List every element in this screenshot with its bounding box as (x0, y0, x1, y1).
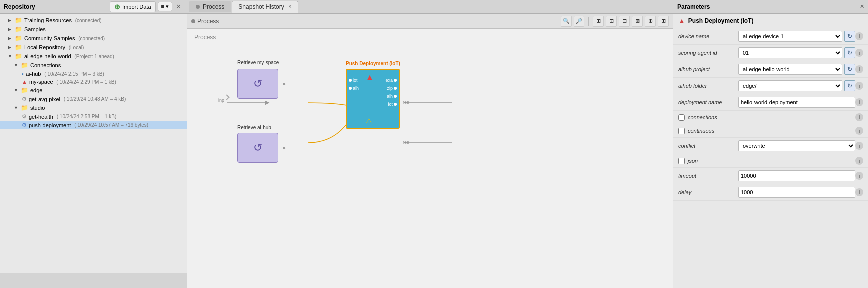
toolbar-dot (191, 20, 195, 24)
tab-snapshot-history[interactable]: Snapshot History ✕ (232, 1, 298, 13)
tree-item-ai-edge[interactable]: ▼ 📁 ai-edge-hello-world (Project: 1 ahea… (0, 52, 187, 61)
import-data-label: Import Data (122, 4, 151, 10)
aihub-folder-refresh-button[interactable]: ↻ (844, 80, 855, 92)
repository-bottom (0, 273, 187, 288)
folder-icon: 📁 (15, 53, 22, 60)
scoring-agent-id-select[interactable]: 01 (738, 48, 842, 58)
toolbar-btn-1[interactable]: ⊞ (593, 16, 604, 27)
expand-arrow: ▶ (8, 45, 13, 50)
timeout-input[interactable] (738, 170, 855, 182)
push-deploy-right-ports: exa zip aih iot (385, 78, 397, 107)
tree-item-get-health[interactable]: ⚙ get-health ( 10/24/24 2:58 PM – 1 kB) (0, 112, 187, 121)
tree-item-local-repo[interactable]: ▶ 📁 Local Repository (Local) (0, 43, 187, 52)
item-label: my-space (29, 79, 53, 85)
toolbar-btn-6[interactable]: ⊞ (658, 16, 669, 27)
item-meta: ( 10/29/24 10:48 AM – 4 kB) (62, 96, 126, 102)
device-name-select[interactable]: ai-edge-device-1 (738, 31, 842, 42)
param-row-deployment-name: deployment name i (673, 94, 868, 111)
aihub-project-select[interactable]: ai-edge-hello-world (738, 64, 842, 75)
delay-info-button[interactable]: i (855, 188, 863, 196)
conflict-select[interactable]: overwrite (738, 140, 855, 152)
deployment-name-input[interactable] (738, 97, 855, 108)
aihub-folder-select[interactable]: edge/ (738, 80, 842, 92)
param-row-continuous: continuous i (673, 124, 868, 138)
inp-arrow (224, 94, 229, 100)
scoring-agent-id-refresh-button[interactable]: ↻ (844, 48, 855, 58)
aihub-project-refresh-button[interactable]: ↻ (844, 64, 855, 75)
parameters-subtitle-text: Push Deployment (IoT) (688, 18, 754, 24)
continuous-info-button[interactable]: i (855, 127, 863, 135)
process-canvas: Process inp Retrieve my-space (187, 29, 673, 288)
conn-icon: ▪ (22, 71, 24, 77)
connections-label: connections (688, 114, 717, 120)
tree-item-get-avg-pixel[interactable]: ⚙ get-avg-pixel ( 10/29/24 10:48 AM – 4 … (0, 95, 187, 104)
tree-item-edge[interactable]: ▼ 📁 edge (0, 86, 187, 95)
folder-icon: 📁 (15, 35, 22, 42)
toolbar-btn-3[interactable]: ⊟ (619, 16, 630, 27)
folder-icon: 📁 (15, 17, 22, 24)
device-name-refresh-button[interactable]: ↻ (844, 31, 855, 42)
delay-input[interactable] (738, 187, 855, 198)
parameters-close-icon[interactable]: ✕ (860, 4, 864, 10)
search-button-1[interactable]: 🔍 (561, 16, 572, 27)
aihub-folder-control: edge/ ↻ (738, 80, 855, 92)
retrieve-my-space-out-port: out (281, 82, 288, 86)
json-info-button[interactable]: i (855, 157, 863, 165)
toolbar-btn-4[interactable]: ⊠ (632, 16, 643, 27)
tab-process[interactable]: Process (189, 1, 231, 12)
tree-item-connections[interactable]: ▼ 📁 Connections (0, 61, 187, 70)
tabs-bar: Process Snapshot History ✕ (187, 0, 673, 14)
timeout-info-button[interactable]: i (855, 172, 863, 180)
deployment-name-info-button[interactable]: i (855, 98, 863, 106)
continuous-checkbox[interactable] (678, 128, 685, 134)
delay-label: delay (678, 190, 738, 196)
warning-icon: ⚠ (366, 117, 372, 125)
param-row-timeout: timeout i (673, 168, 868, 184)
process-toolbar-label: Process (197, 18, 219, 25)
connections-info-button[interactable]: i (855, 114, 863, 122)
item-meta: ( 10/24/24 2:58 PM – 1 kB) (55, 114, 116, 120)
param-row-device-name: device name ai-edge-device-1 ↻ i (673, 28, 868, 45)
tab-close-icon[interactable]: ✕ (288, 4, 292, 10)
item-meta: ( 10/24/24 2:15 PM – 3 kB) (43, 72, 104, 77)
timeout-label: timeout (678, 173, 738, 179)
retrieve-my-space-label: Retrieve my-space (237, 59, 279, 66)
triangle-icon: ▲ (366, 73, 374, 82)
tree-item-samples[interactable]: ▶ 📁 Samples (0, 25, 187, 34)
iot2-port-label: iot (388, 102, 393, 107)
aihub-project-info-button[interactable]: i (855, 66, 863, 74)
conflict-info-button[interactable]: i (855, 142, 863, 150)
push-deploy-tri-icon: ▲ (678, 17, 685, 25)
import-data-button[interactable]: ⊕ Import Data (110, 2, 155, 12)
json-checkbox[interactable] (678, 158, 685, 164)
deployment-name-label: deployment name (678, 100, 738, 106)
search-button-2[interactable]: 🔎 (574, 16, 584, 27)
device-name-control: ai-edge-device-1 ↻ (738, 31, 855, 42)
repository-menu-button[interactable]: ≡ ▾ (158, 2, 172, 12)
conn-icon: ▲ (22, 79, 27, 85)
item-label: Local Repository (24, 44, 65, 50)
retrieve-my-space-node[interactable]: ↺ out (237, 69, 278, 99)
retrieve-my-space-icon: ↺ (253, 78, 262, 90)
plus-icon: ⊕ (114, 3, 120, 11)
toolbar-btn-2[interactable]: ⊡ (606, 16, 617, 27)
tree-item-ai-hub[interactable]: ▪ ai-hub ( 10/24/24 2:15 PM – 3 kB) (0, 70, 187, 78)
repository-close-icon[interactable]: ✕ (174, 4, 183, 10)
scoring-agent-id-info-button[interactable]: i (855, 49, 863, 57)
device-name-info-button[interactable]: i (855, 32, 863, 40)
tree-item-studio[interactable]: ▼ 📁 studio (0, 104, 187, 112)
tree-item-push-deployment[interactable]: ⚙ push-deployment ( 10/29/24 10:57 AM – … (0, 121, 187, 130)
tree-item-community-samples[interactable]: ▶ 📁 Community Samples (connected) (0, 34, 187, 43)
item-meta: ( 10/29/24 10:57 AM – 716 bytes) (73, 122, 148, 128)
item-meta: (connected) (77, 36, 105, 42)
connections-checkbox[interactable] (678, 114, 685, 121)
warning-triangle: ⚠ (366, 117, 372, 125)
tree-item-my-space[interactable]: ▲ my-space ( 10/24/24 2:29 PM – 1 kB) (0, 78, 187, 86)
push-deploy-node[interactable]: iot aih ▲ exa zip (346, 69, 400, 129)
aih2-port-label: aih (387, 94, 393, 99)
toolbar-btn-5[interactable]: ⊕ (645, 16, 656, 27)
retrieve-ai-hub-node[interactable]: ↺ out (237, 133, 278, 163)
tree-item-training[interactable]: ▶ 📁 Training Resources (connected) (0, 16, 187, 25)
item-label: edge (30, 88, 42, 94)
aihub-folder-info-button[interactable]: i (855, 82, 863, 90)
